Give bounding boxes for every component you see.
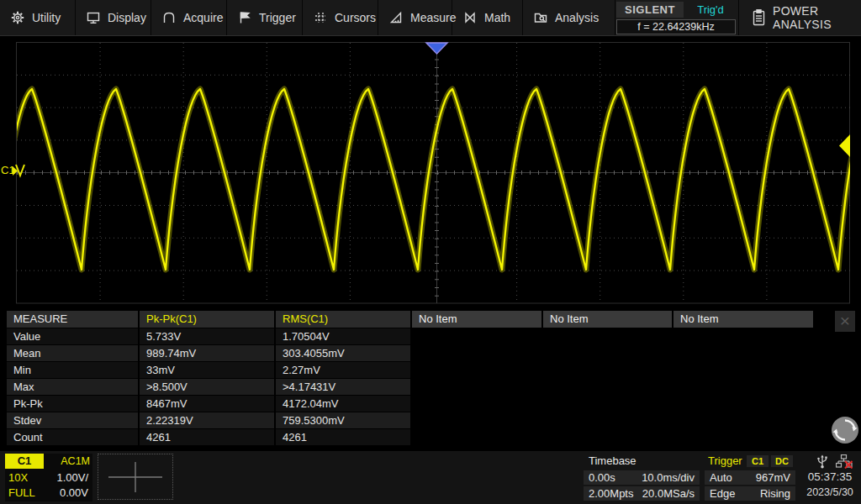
trigger-coupling-badge: DC xyxy=(771,455,793,467)
lan-disconnected-icon xyxy=(836,454,853,469)
menu-cursors-label: Cursors xyxy=(335,11,376,24)
measure-row: Mean989.74mV303.4055mV xyxy=(0,345,861,361)
measure-header-rms[interactable]: RMS(C1) xyxy=(276,311,410,328)
measure-cell-pkpk: 5.733V xyxy=(140,328,274,344)
measure-cell-label: Stdev xyxy=(7,412,138,428)
graticule-gridlines xyxy=(17,43,850,303)
menu-power-analysis-label: POWER ANALYSIS xyxy=(773,4,861,31)
measure-cell-rms: 4172.04mV xyxy=(276,396,410,412)
measure-header-empty-2[interactable]: No Item xyxy=(543,311,672,328)
measure-cell-label: Pk-Pk xyxy=(7,396,138,412)
menu-display-label: Display xyxy=(108,11,146,24)
timebase-row-1: 0.00s 10.0ms/div xyxy=(584,470,700,485)
measure-row: Stdev2.22319V759.5300mV xyxy=(0,412,861,428)
trigger-status: Trig'd xyxy=(684,2,737,18)
menu-measure[interactable]: Measure xyxy=(378,0,452,35)
measure-cell-label: Value xyxy=(7,328,138,344)
channel-offset-arrow-icon[interactable] xyxy=(13,166,18,176)
channel-offset-label: C1 xyxy=(1,164,15,176)
measure-cell-label: Mean xyxy=(7,345,138,361)
measure-cell-pkpk: >8.500V xyxy=(140,379,274,395)
trigger-source-badge: C1 xyxy=(747,455,769,467)
menu-trigger[interactable]: Trigger xyxy=(227,0,303,35)
trigger-row-1: Auto 967mV xyxy=(705,470,795,485)
measure-title: MEASURE xyxy=(7,311,138,328)
oscilloscope-screen: Utility Display Acquire Trigger Cursors xyxy=(0,0,861,504)
measure-header-empty-1[interactable]: No Item xyxy=(412,311,541,328)
channel-coupling: AC1M xyxy=(61,455,90,467)
clipboard-icon xyxy=(753,11,765,24)
timebase-delay: 0.00s xyxy=(589,470,615,485)
close-icon[interactable]: × xyxy=(835,311,855,332)
bandwidth-limit: FULL xyxy=(8,486,35,499)
measure-cell-pkpk: 8467mV xyxy=(140,396,274,412)
math-icon xyxy=(463,11,477,24)
status-bar: C1 AC1M 10X 1.00V/ FULL 0.00V Timebase 0… xyxy=(0,450,861,504)
timebase-box[interactable]: Timebase 0.00s 10.0ms/div 2.00Mpts 20.0M… xyxy=(584,454,700,501)
channel-offset-value: 0.00V xyxy=(60,486,88,501)
timebase-scale: 10.0ms/div xyxy=(642,470,695,485)
trigger-box[interactable]: Trigger C1 DC Auto 967mV Edge Rising xyxy=(705,454,795,501)
measure-row: Min33mV2.27mV xyxy=(0,362,861,378)
acquire-icon xyxy=(162,11,176,24)
clock-date: 2023/5/30 xyxy=(799,486,861,498)
menu-math[interactable]: Math xyxy=(452,0,523,35)
channel-tab[interactable]: C1 xyxy=(5,454,44,469)
trigger-slope: Rising xyxy=(760,486,790,501)
monitor-icon xyxy=(87,11,100,24)
knob-hint-icon[interactable] xyxy=(829,414,861,446)
crosshair-icon xyxy=(98,454,172,499)
menu-acquire-label: Acquire xyxy=(183,11,223,24)
menu-cursors[interactable]: Cursors xyxy=(303,0,378,35)
menu-trigger-label: Trigger xyxy=(259,11,296,24)
frequency-counter: f = 22.64239kHz xyxy=(616,19,736,34)
gear-icon xyxy=(11,11,24,24)
c1-trace-halo xyxy=(0,89,861,270)
measure-cell-rms: 2.27mV xyxy=(276,362,410,378)
timebase-title: Timebase xyxy=(589,454,637,469)
measure-cell-label: Min xyxy=(7,362,138,378)
cursors-icon xyxy=(314,11,327,24)
crosshair-box[interactable] xyxy=(98,454,173,500)
flag-icon xyxy=(238,11,251,24)
channel-info-box[interactable]: C1 AC1M 10X 1.00V/ FULL 0.00V xyxy=(5,454,92,501)
brand-block: SIGLENT Trig'd f = 22.64239kHz xyxy=(615,0,739,35)
menu-power-analysis[interactable]: POWER ANALYSIS xyxy=(739,0,861,35)
measure-row: Max>8.500V>4.17431V xyxy=(0,379,861,395)
trigger-row-2: Edge Rising xyxy=(705,486,795,501)
trigger-level: 967mV xyxy=(756,470,790,485)
waveform-display: C1 xyxy=(0,0,861,309)
measure-cell-rms: >4.17431V xyxy=(276,379,410,395)
measure-row: Count42614261 xyxy=(0,429,861,445)
channel-scale-row: 10X 1.00V/ xyxy=(8,470,88,486)
measure-cell-rms: 4261 xyxy=(276,429,410,445)
menu-acquire[interactable]: Acquire xyxy=(151,0,227,35)
measure-cell-rms: 1.70504V xyxy=(276,328,410,344)
measure-cell-label: Max xyxy=(7,379,138,395)
menu-measure-label: Measure xyxy=(410,11,456,24)
menu-analysis[interactable]: Analysis xyxy=(523,0,615,35)
trigger-position-marker[interactable] xyxy=(426,43,447,54)
measure-row: Value5.733V1.70504V xyxy=(0,328,861,344)
measure-cell-rms: 303.4055mV xyxy=(276,345,410,361)
measure-header-pkpk[interactable]: Pk-Pk(C1) xyxy=(140,311,274,328)
menu-display[interactable]: Display xyxy=(76,0,151,35)
measure-icon xyxy=(389,11,403,24)
menu-utility[interactable]: Utility xyxy=(0,0,76,35)
channel-position-marker xyxy=(16,165,24,176)
measure-cell-pkpk: 989.74mV xyxy=(140,345,274,361)
measure-header-empty-3[interactable]: No Item xyxy=(673,311,813,328)
menu-analysis-label: Analysis xyxy=(555,11,599,24)
menu-utility-label: Utility xyxy=(32,11,61,24)
clock-box: 05:37:35 2023/5/30 xyxy=(799,454,861,501)
measure-cell-label: Count xyxy=(7,429,138,445)
siglent-logo: SIGLENT xyxy=(616,2,684,18)
menu-bar: Utility Display Acquire Trigger Cursors xyxy=(0,0,861,36)
menu-math-label: Math xyxy=(484,11,510,24)
volts-per-div: 1.00V/ xyxy=(56,470,88,486)
analysis-icon xyxy=(534,11,547,24)
trigger-title: Trigger xyxy=(708,454,742,469)
trigger-level-marker[interactable] xyxy=(839,134,850,157)
measure-cell-pkpk: 4261 xyxy=(140,429,274,445)
usb-icon xyxy=(816,454,829,469)
